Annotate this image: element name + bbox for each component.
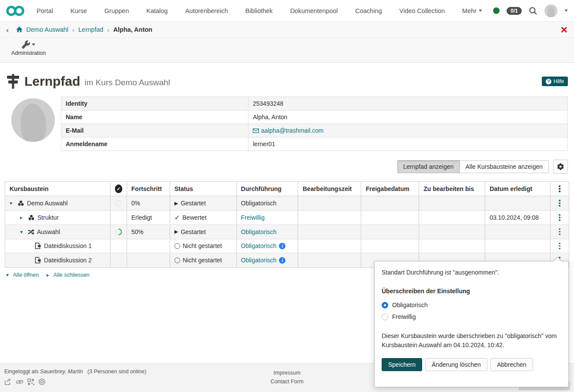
show-learning-path-button[interactable]: Lernpfad anzeigen [397, 160, 460, 173]
status-text: Gestartet [181, 200, 206, 207]
nav-item-bibliothek[interactable]: Bibliothek [245, 7, 273, 14]
row-menu-button[interactable] [557, 241, 562, 251]
execution-link[interactable]: Obligatorisch [241, 242, 277, 249]
info-icon[interactable]: i [279, 243, 285, 249]
show-all-course-elements-button[interactable]: Alle Kursbausteine anzeigen [460, 160, 549, 173]
info-icon[interactable]: i [279, 257, 285, 264]
status-text: Nicht gestartet [183, 242, 222, 249]
date-done: 03.10.2024, 09:08 [485, 211, 551, 224]
breadcrumb-separator: › [72, 26, 74, 34]
top-navbar: Portal Kurse Gruppen Katalog Autorenbere… [0, 0, 574, 22]
learning-path-icon [6, 73, 20, 90]
column-header[interactable]: Datum erledigt [485, 182, 551, 196]
user-portrait [11, 98, 55, 142]
administration-menu-button[interactable]: Administration [6, 40, 51, 56]
date-done [485, 225, 551, 239]
check-icon: ✓ [175, 214, 180, 221]
breadcrumb-section-link[interactable]: Lernpfad [78, 26, 103, 33]
close-all-link[interactable]: ▸Alle schliessen [47, 272, 90, 278]
table-menu-button[interactable] [551, 182, 569, 196]
chevron-down-icon [32, 44, 35, 46]
override-note: Dieser Kursbaustein wurde überschrieben … [382, 332, 561, 350]
nav-item-katalog[interactable]: Katalog [146, 7, 168, 14]
close-icon[interactable]: ✕ [560, 25, 568, 34]
nav-item-mehr[interactable]: Mehr [462, 7, 482, 14]
course-element-name[interactable]: Dateidiskussion 2 [44, 257, 92, 264]
file-discussion-icon [35, 257, 41, 264]
chat-counter-badge[interactable]: 0/1 [507, 7, 522, 15]
radio-obligatorisch[interactable]: Obligatorisch [382, 302, 561, 308]
collapse-caret-icon[interactable]: ▾ [20, 229, 25, 235]
field-label: Identity [61, 97, 248, 110]
save-button[interactable]: Speichern [382, 358, 422, 371]
course-element-name[interactable]: Auswahl [37, 228, 60, 235]
override-heading: Überschreiben der Einstellung [382, 288, 561, 295]
user-menu-caret-icon[interactable] [564, 10, 568, 12]
home-icon[interactable] [16, 26, 23, 33]
nav-item-video-collection[interactable]: Video Collection [399, 7, 445, 14]
learning-path-table: Kursbaustein ✓ Fortschritt Status Durchf… [5, 181, 569, 268]
expand-caret-icon[interactable]: ▸ [20, 214, 25, 221]
table-settings-button[interactable] [553, 160, 568, 174]
field-label: Name [61, 111, 248, 124]
column-header[interactable]: Bearbeitungszeit [298, 182, 361, 196]
nav-item-gruppen[interactable]: Gruppen [104, 7, 129, 14]
cancel-button[interactable]: Abbrechen [490, 358, 533, 371]
column-header[interactable]: Fortschritt [127, 182, 170, 196]
column-header[interactable]: Freigabedatum [361, 182, 419, 196]
field-label: Anmeldename [61, 137, 248, 151]
user-avatar[interactable] [544, 4, 557, 17]
breadcrumb-course-link[interactable]: Demo Auswahl [26, 26, 68, 33]
execution-link[interactable]: Obligatorisch [241, 228, 277, 235]
table-row: ▸ Struktur Erledigt ✓Bewertet Freiwillig… [5, 211, 569, 225]
column-header[interactable]: Durchführung [237, 182, 299, 196]
row-menu-button[interactable] [557, 198, 562, 208]
column-header[interactable]: Zu bearbeiten bis [419, 182, 485, 196]
nav-item-kurse[interactable]: Kurse [70, 7, 87, 14]
execution-link[interactable]: Freiwillig [241, 214, 265, 221]
nav-item-dokumentenpool[interactable]: Dokumentenpool [290, 7, 338, 14]
collapse-caret-icon[interactable]: ▾ [10, 200, 15, 206]
play-icon: ▶ [175, 229, 178, 235]
help-button[interactable]: ? Hilfe [542, 77, 568, 86]
nav-item-coaching[interactable]: Coaching [355, 7, 382, 14]
caret-right-icon: ▸ [47, 272, 52, 278]
breadcrumb-current: Alpha, Anton [113, 26, 152, 33]
column-header-completion[interactable]: ✓ [111, 182, 127, 196]
table-row: Dateidiskussion 1 Nicht gestartet Obliga… [5, 239, 569, 254]
openolat-logo[interactable] [6, 5, 24, 17]
question-icon: ? [546, 79, 551, 84]
play-icon: ▶ [175, 201, 178, 206]
back-chevron-icon[interactable]: ‹ [6, 26, 9, 34]
gear-icon [557, 163, 564, 170]
radio-freiwillig[interactable]: Freiwillig [382, 313, 561, 320]
row-menu-button[interactable] [557, 227, 562, 237]
course-element-name[interactable]: Dateidiskussion 1 [44, 242, 92, 249]
nav-item-autorenbereich[interactable]: Autorenbereich [185, 7, 228, 14]
execution-link[interactable]: Obligatorisch [241, 257, 277, 264]
file-discussion-icon [35, 242, 41, 249]
progress-ring-50 [115, 227, 122, 237]
course-element-name[interactable]: Demo Auswahl [27, 200, 67, 207]
course-element-name[interactable]: Struktur [37, 214, 59, 221]
field-label: E-Mail [61, 124, 248, 137]
breadcrumb: ‹ Demo Auswahl › Lernpfad › Alpha, Anton… [0, 22, 574, 38]
row-menu-button[interactable] [557, 213, 562, 222]
column-header[interactable]: Kursbaustein [5, 182, 111, 196]
open-all-link[interactable]: ▾Alle öffnen [6, 272, 39, 278]
envelope-icon [253, 128, 259, 133]
field-value: lerner01 [248, 141, 279, 147]
caret-down-icon: ▾ [6, 272, 11, 278]
breadcrumb-separator: › [107, 26, 109, 34]
status-text: Gestartet [181, 228, 206, 235]
view-segment-control: Lernpfad anzeigen Alle Kursbausteine anz… [397, 160, 549, 173]
nav-item-portal[interactable]: Portal [37, 7, 53, 14]
popup-intro: Standart Durchführung ist "ausgenommen". [382, 269, 561, 276]
search-icon[interactable] [529, 7, 537, 15]
column-header[interactable]: Status [170, 182, 237, 196]
email-link[interactable]: aalpha@trashmail.com [248, 127, 328, 134]
progress-value [127, 253, 170, 267]
delete-change-button[interactable]: Änderung löschen [425, 358, 487, 371]
structure-node-icon [17, 200, 24, 207]
table-header-row: Kursbaustein ✓ Fortschritt Status Durchf… [5, 182, 569, 196]
